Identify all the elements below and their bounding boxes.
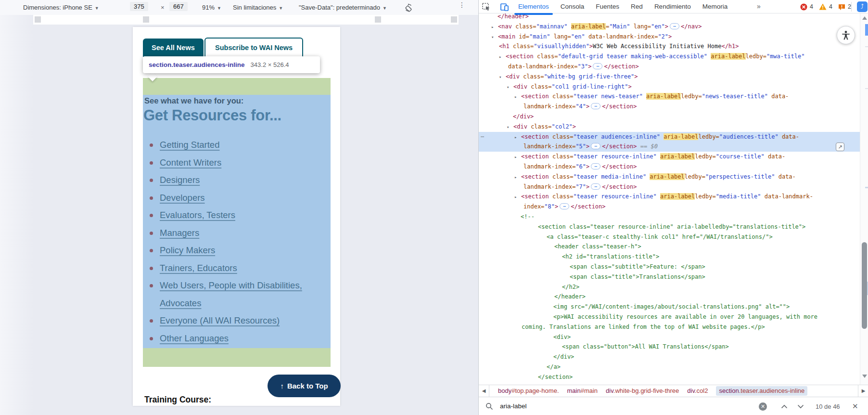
clear-search-icon[interactable]: ✕ [759, 397, 767, 415]
search-input[interactable]: aria-label [500, 397, 527, 415]
expand-children-icon[interactable]: ⋯ [593, 63, 602, 69]
next-match-icon[interactable] [797, 397, 804, 415]
breadcrumb-item[interactable]: main#main [567, 387, 598, 395]
dom-tree-line[interactable]: <header class="teaser-h"> [479, 242, 860, 252]
resource-link[interactable]: Managers [160, 228, 199, 238]
expand-arrow-icon[interactable]: ▾ [499, 72, 506, 82]
devtools-tab-elementos[interactable]: Elementos [512, 0, 555, 13]
error-icon[interactable] [800, 3, 807, 11]
dom-tree-line[interactable]: <!-- [479, 212, 860, 222]
viewport-width-input[interactable]: 375 [130, 2, 148, 13]
expand-children-icon[interactable]: ⋯ [560, 203, 569, 209]
throttling-dropdown[interactable]: Sin limitaciones▼ [233, 0, 283, 15]
resource-link[interactable]: Evaluators, Testers [160, 210, 235, 220]
collapse-arrow-icon[interactable]: ▸ [514, 192, 521, 202]
breadcrumb-item[interactable]: div.col2 [687, 387, 708, 395]
dom-tree-line[interactable]: ▸<section class="default-grid teaser mak… [479, 52, 860, 62]
devtools-tab-rendimiento[interactable]: Rendimiento [649, 0, 697, 13]
resource-link[interactable]: Getting Started [160, 140, 219, 150]
resource-link[interactable]: Content Writers [160, 157, 221, 168]
dom-tree-line[interactable]: </div> [479, 112, 860, 122]
dom-tree-line[interactable]: <section class="teaser resource-inline" … [479, 222, 860, 232]
breadcrumb-scroll-left[interactable]: ◀ [479, 385, 489, 397]
collapse-arrow-icon[interactable]: ▸ [491, 22, 498, 32]
collapse-arrow-icon[interactable]: ▸ [514, 92, 521, 102]
collapse-arrow-icon[interactable]: ▸ [514, 152, 521, 162]
dom-tree-line[interactable]: <div> [479, 332, 860, 342]
resource-link[interactable]: Policy Makers [160, 245, 215, 255]
expand-children-icon[interactable]: ⋯ [591, 103, 600, 109]
extension-icon[interactable]: ⤴ [857, 1, 868, 12]
scrollbar-thumb[interactable] [862, 242, 867, 329]
resource-link[interactable]: Designers [160, 175, 200, 185]
dom-tree-line[interactable]: index="8">⋯</section> [479, 202, 860, 212]
scrollbar[interactable] [860, 13, 868, 385]
resource-link[interactable]: Developers [160, 193, 205, 203]
dom-tree-line[interactable]: ▾<div class="white-bg grid-five-three"> [479, 72, 860, 82]
viewport-height-input[interactable]: 667 [169, 2, 188, 13]
collapse-arrow-icon[interactable]: ▸ [514, 132, 521, 143]
dom-tree-line[interactable]: <h2 id="translations-title"> [479, 252, 860, 262]
issues-icon[interactable] [838, 3, 845, 11]
dom-tree-line[interactable]: <a class="teaser-c stealthy-link col1" h… [479, 232, 860, 242]
dom-tree-line[interactable]: ▾<div class="col2"> [479, 122, 860, 132]
dom-tree-line[interactable]: data-landmark-index="3">⋯</section> [479, 62, 860, 72]
warning-icon[interactable] [819, 3, 827, 10]
dom-tree-line[interactable]: </header> [479, 292, 860, 302]
previous-match-icon[interactable] [781, 397, 788, 415]
scroll-down-icon[interactable] [862, 375, 867, 378]
zoom-dropdown[interactable]: 91%▼ [202, 0, 221, 15]
dom-tree-line[interactable]: <span class="title">Translations</span> [479, 272, 860, 282]
device-toolbar-more-icon[interactable]: ⋮ [458, 3, 466, 12]
dom-tree-line[interactable]: <p>WAI accessibility resources are avail… [479, 312, 860, 322]
dom-tree-line[interactable]: ▸<section class="teaser news-teaser" ari… [479, 91, 860, 102]
resource-link[interactable]: Web Users, People with Disabilities, Adv… [160, 280, 302, 308]
resource-link[interactable]: Everyone (All WAI Resources) [160, 315, 280, 325]
dom-tree-line[interactable]: ▸<section class="teaser resource-inline"… [479, 192, 860, 202]
expand-children-icon[interactable]: ⋯ [591, 163, 600, 169]
dom-tree-line[interactable]: ▸<nav class="mainnav" aria-label="Main" … [479, 22, 860, 32]
expand-children-icon[interactable]: ⋯ [591, 143, 600, 149]
dom-tree-line[interactable]: ▾<main id="main" lang="en" data-landmark… [479, 32, 860, 42]
tab-subscribe-wai-news[interactable]: Subscribe to WAI News [204, 38, 303, 58]
device-type-dropdown[interactable]: Dimensiones: iPhone SE▼ [23, 0, 99, 15]
dom-tree-line[interactable]: </a> [479, 362, 860, 372]
expand-children-icon[interactable]: ⋯ [670, 23, 679, 29]
dom-tree-line[interactable]: ▾<div class="col1 grid-line-right"> [479, 82, 860, 92]
breadcrumb-item[interactable]: section.teaser.audiences-inline [716, 386, 807, 396]
dom-tree-line[interactable]: <span class="button">All WAI Translation… [479, 342, 860, 352]
dom-tree-line[interactable]: </section> [479, 372, 860, 382]
resource-link[interactable]: Trainers, Educators [160, 263, 237, 273]
dom-tree-line[interactable]: ▸<section class="teaser media-inline" ar… [479, 172, 860, 182]
dom-tree-line[interactable]: </div> [479, 352, 860, 362]
breadcrumb-scroll-right[interactable]: ▶ [858, 385, 868, 397]
dom-tree-line[interactable]: <img src="/WAI/content-images/about/soci… [479, 302, 860, 312]
dom-tree-line[interactable]: </h2> [479, 282, 860, 292]
close-search-icon[interactable]: ✕ [852, 397, 858, 415]
dom-tree-line[interactable]: ▸<section class="teaser audiences-inline… [479, 132, 860, 142]
expand-children-icon[interactable]: ⋯ [591, 183, 600, 190]
resource-link[interactable]: Other Languages [160, 333, 229, 343]
device-toolbar-toggle-icon[interactable] [500, 2, 509, 12]
dom-tree-line[interactable]: landmark-index="5">⋯</section> == $0↗ [479, 142, 860, 152]
dom-tree-line[interactable]: coming. Translations are linked from the… [479, 322, 860, 332]
dom-tree-line[interactable]: <span class="subtitle">Feature: </span> [479, 262, 860, 272]
rotate-device-icon[interactable] [404, 3, 413, 12]
dom-tree-line[interactable]: <h1 class="visuallyhidden">W3C Web Acces… [479, 41, 860, 52]
devtools-tab-fuentes[interactable]: Fuentes [590, 0, 625, 13]
tab-see-all-news[interactable]: See All News [143, 39, 204, 57]
devtools-tab-memoria[interactable]: Memoria [697, 0, 734, 13]
node-options-icon[interactable]: ⋯ [481, 132, 484, 142]
dom-tree-line[interactable]: landmark-index="6">⋯</section> [479, 162, 860, 172]
dom-tree-line[interactable]: ▸<section class="teaser resource-inline"… [479, 152, 860, 162]
dom-tree-line[interactable]: landmark-index="4">⋯</section> [479, 102, 860, 112]
collapse-arrow-icon[interactable]: ▸ [514, 172, 521, 182]
expand-arrow-icon[interactable]: ▾ [507, 82, 513, 92]
accessibility-widget-button[interactable] [837, 26, 855, 44]
dom-tree-line[interactable]: landmark-index="7">⋯</section> [479, 182, 860, 192]
devtools-tab-consola[interactable]: Consola [555, 0, 590, 13]
breadcrumb-item[interactable]: body#top.page-home. [498, 387, 559, 395]
scroll-up-icon[interactable] [862, 16, 867, 20]
breadcrumb-item[interactable]: div.white-bg.grid-five-three [606, 387, 679, 395]
devtools-tab-red[interactable]: Red [625, 0, 649, 13]
